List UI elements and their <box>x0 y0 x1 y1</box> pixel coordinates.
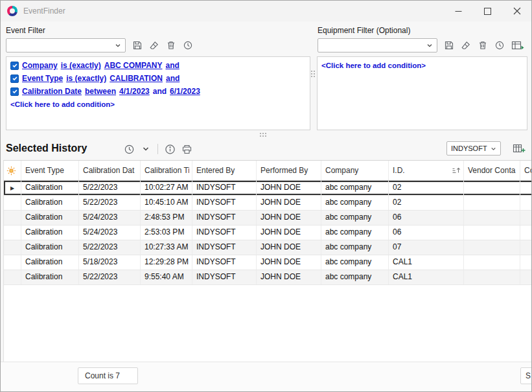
column-header-calibration-date[interactable]: Calibration Dat <box>79 161 141 180</box>
grid-cell[interactable]: 02 <box>389 181 464 195</box>
condition-value-link[interactable]: ABC COMPANY <box>104 61 163 70</box>
grid-cell[interactable] <box>464 270 520 284</box>
column-header-entered-by[interactable]: Entered By <box>192 161 257 180</box>
history-print-button[interactable] <box>179 141 194 157</box>
event-filter-history-button[interactable] <box>180 38 196 53</box>
grid-cell[interactable]: 12:29:28 PM <box>141 255 192 270</box>
grid-cell[interactable]: 5/24/2023 <box>79 225 141 240</box>
grid-cell[interactable]: abc company <box>321 225 389 240</box>
condition-operator-link[interactable]: is (exactly) <box>66 74 106 83</box>
grid-cell[interactable]: Calibration <box>21 181 79 195</box>
grid-cell[interactable]: Calibration <box>21 225 79 240</box>
column-header-vendor-contact[interactable]: Vendor Conta <box>464 161 520 180</box>
event-filter-combo[interactable] <box>6 38 126 52</box>
grid-cell[interactable]: 5/18/2023 <box>79 255 141 270</box>
history-clock-button[interactable] <box>121 141 137 157</box>
delete-equipment-filter-button[interactable] <box>475 38 491 53</box>
grid-cell[interactable]: Calibration <box>21 211 79 225</box>
grid-cell[interactable]: INDYSOFT <box>192 240 257 255</box>
grid-cell[interactable]: 06 <box>389 225 464 240</box>
maximize-button[interactable] <box>473 1 502 21</box>
condition-checkbox[interactable] <box>10 75 19 83</box>
grid-add-button[interactable] <box>510 141 528 156</box>
grid-cell[interactable]: 5/24/2023 <box>79 211 141 225</box>
row-indicator[interactable] <box>4 211 21 225</box>
add-condition-link[interactable]: <Click here to add condition> <box>10 100 115 108</box>
row-indicator[interactable] <box>4 255 21 270</box>
grid-cell[interactable] <box>520 196 532 210</box>
grid-cell[interactable]: JOHN DOE <box>257 225 321 240</box>
grid-cell[interactable]: INDYSOFT <box>192 211 257 225</box>
grid-cell[interactable]: 02 <box>389 196 464 210</box>
grid-cell[interactable]: 06 <box>389 211 464 225</box>
grid-cell[interactable]: abc company <box>321 211 389 225</box>
grid-cell[interactable]: JOHN DOE <box>257 270 321 284</box>
grid-cell[interactable]: 5/22/2023 <box>79 240 141 255</box>
grid-cell[interactable] <box>520 270 532 284</box>
grid-cell[interactable]: 10:02:27 AM <box>141 181 192 195</box>
add-equipment-condition-link[interactable]: <Click here to add condition> <box>321 62 426 69</box>
minimize-button[interactable] <box>444 1 473 21</box>
grid-row[interactable]: Calibration5/22/20239:55:40 AMINDYSOFTJO… <box>4 270 532 285</box>
grid-cell[interactable]: abc company <box>321 270 389 284</box>
condition-conjunction-link[interactable]: and <box>166 74 179 83</box>
grid-row[interactable]: ▶Calibration5/22/202310:02:27 AMINDYSOFT… <box>4 181 532 196</box>
grid-cell[interactable]: Calibration <box>21 196 79 210</box>
clear-event-filter-button[interactable] <box>146 38 162 53</box>
row-indicator[interactable] <box>4 196 21 210</box>
column-header-performed-by[interactable]: Performed By <box>257 161 321 180</box>
grid-cell[interactable] <box>464 240 520 255</box>
clear-equipment-filter-button[interactable] <box>458 38 474 53</box>
grid-cell[interactable] <box>464 255 520 270</box>
equipment-filter-history-button[interactable] <box>492 38 507 53</box>
search-button-partial[interactable]: S <box>520 367 532 384</box>
delete-event-filter-button[interactable] <box>163 38 179 53</box>
grid-cell[interactable]: JOHN DOE <box>257 240 321 255</box>
grid-cell[interactable]: Calibration <box>21 255 79 270</box>
condition-operator-link[interactable]: between <box>85 87 116 96</box>
grid-cell[interactable]: CAL1 <box>389 255 464 270</box>
grid-cell[interactable]: 2:53:03 PM <box>141 225 192 240</box>
condition-checkbox[interactable] <box>10 87 19 96</box>
grid-cell[interactable] <box>520 240 532 255</box>
condition-operator-link[interactable]: is (exactly) <box>61 61 101 70</box>
save-equipment-filter-button[interactable] <box>441 38 457 53</box>
grid-cell[interactable]: abc company <box>321 255 389 270</box>
condition-field-link[interactable]: Calibration Date <box>22 87 82 96</box>
grid-cell[interactable]: 2:48:53 PM <box>141 211 192 225</box>
column-header-event-type[interactable]: Event Type <box>21 161 79 180</box>
condition-value-link[interactable]: CALIBRATION <box>110 74 163 83</box>
history-expand-button[interactable] <box>138 141 154 157</box>
grid-cell[interactable]: 5/22/2023 <box>79 270 141 284</box>
grid-cell[interactable]: 10:27:33 AM <box>141 240 192 255</box>
grid-cell[interactable]: JOHN DOE <box>257 255 321 270</box>
user-combo[interactable]: INDYSOFT <box>446 141 501 156</box>
grid-cell[interactable]: 5/22/2023 <box>79 196 141 210</box>
condition-conjunction-link[interactable]: and <box>166 61 179 70</box>
column-header-co[interactable]: Co <box>520 161 532 180</box>
vertical-splitter-grip[interactable] <box>311 71 315 77</box>
horizontal-splitter-grip[interactable] <box>260 133 266 137</box>
condition-field-link[interactable]: Event Type <box>22 74 63 83</box>
grid-cell[interactable] <box>520 255 532 270</box>
condition-value-from-link[interactable]: 4/1/2023 <box>119 87 150 96</box>
grid-cell[interactable]: JOHN DOE <box>257 181 321 195</box>
grid-row[interactable]: Calibration5/24/20232:53:03 PMINDYSOFTJO… <box>4 225 532 240</box>
grid-cell[interactable]: CAL1 <box>389 270 464 284</box>
grid-cell[interactable]: abc company <box>321 181 389 195</box>
save-event-filter-button[interactable] <box>130 38 145 53</box>
equipment-list-button[interactable] <box>509 38 527 53</box>
grid-cell[interactable]: JOHN DOE <box>257 196 321 210</box>
grid-settings-header[interactable] <box>4 161 21 180</box>
grid-cell[interactable]: 9:55:40 AM <box>141 270 192 284</box>
grid-cell[interactable]: abc company <box>321 196 389 210</box>
grid-cell[interactable] <box>520 181 532 195</box>
column-header-calibration-time[interactable]: Calibration Ti <box>141 161 192 180</box>
grid-row[interactable]: Calibration5/22/202310:27:33 AMINDYSOFTJ… <box>4 240 532 255</box>
row-indicator[interactable] <box>4 240 21 255</box>
column-header-company[interactable]: Company <box>321 161 389 180</box>
condition-value-to-link[interactable]: 6/1/2023 <box>170 87 200 96</box>
grid-cell[interactable] <box>520 211 532 225</box>
row-indicator[interactable]: ▶ <box>4 181 21 195</box>
grid-cell[interactable]: 10:45:10 AM <box>141 196 192 210</box>
